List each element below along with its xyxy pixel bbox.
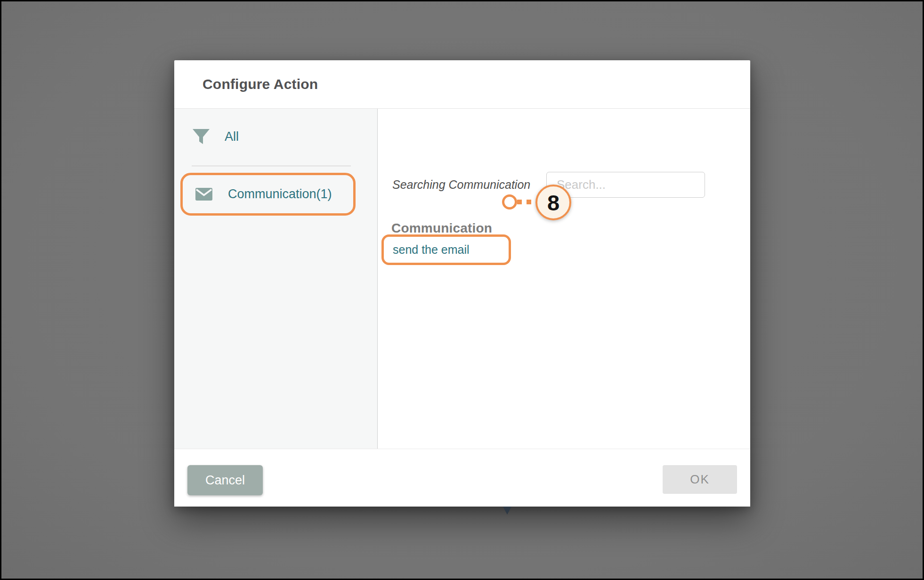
sidebar-divider [192, 166, 351, 166]
sidebar-item-communication[interactable]: Communication(1) [180, 173, 356, 216]
dialog-footer: Cancel OK [174, 449, 750, 507]
annotation-step-number: 8 [547, 192, 559, 214]
search-input[interactable] [546, 172, 705, 198]
search-context-label: Searching Communication [392, 172, 530, 198]
annotation-step-badge: 8 [535, 185, 571, 220]
dialog-body: All Communication(1) Searching Communica… [174, 109, 750, 449]
sidebar-item-all[interactable]: All [192, 123, 239, 150]
send-email-action-highlight: send the email [381, 234, 511, 265]
filter-icon [192, 129, 210, 145]
dialog-title: Configure Action [203, 76, 318, 92]
configure-action-dialog: Configure Action All [174, 60, 750, 507]
annotation-connector-dot [517, 200, 522, 204]
category-sidebar: All Communication(1) [174, 109, 378, 449]
ok-button[interactable]: OK [663, 465, 737, 494]
tooltip-arrow-icon [503, 507, 511, 515]
section-heading: Communication [391, 221, 492, 236]
sidebar-item-communication-label: Communication(1) [228, 187, 332, 201]
dialog-header: Configure Action [174, 60, 750, 109]
send-email-action-link[interactable]: send the email [393, 243, 470, 257]
envelope-icon [195, 188, 212, 201]
annotation-connector-circle [502, 194, 517, 209]
screenshot-backdrop: Configure Action All [0, 0, 924, 580]
annotation-connector-dot [527, 200, 531, 204]
sidebar-item-all-label: All [225, 129, 239, 144]
cancel-button[interactable]: Cancel [187, 465, 263, 495]
